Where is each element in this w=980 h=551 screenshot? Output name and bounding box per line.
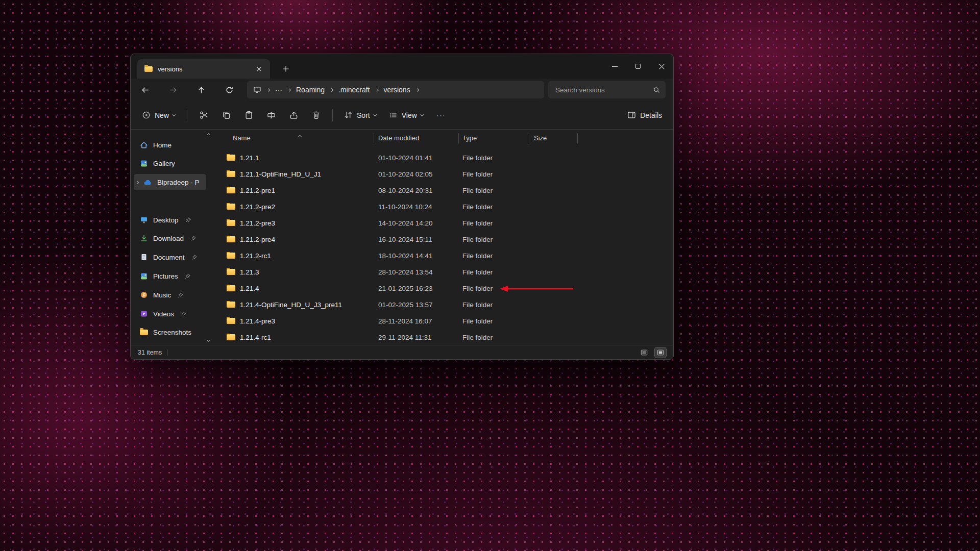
explorer-tab[interactable]: versions	[137, 59, 270, 79]
tab-close-button[interactable]	[253, 63, 265, 75]
gallery-icon	[140, 159, 148, 167]
file-row-1-21-4[interactable]: 1.21.4 21-01-2025 16:23 File folder	[215, 280, 668, 296]
pin-icon	[180, 311, 187, 317]
file-row[interactable]: 1.21.2-pre2 11-10-2024 10:24 File folder	[215, 198, 668, 215]
file-date: 01-10-2024 02:05	[374, 170, 458, 178]
rename-icon	[267, 111, 276, 119]
file-date: 21-01-2025 16:23	[374, 285, 458, 292]
sort-button[interactable]: Sort	[339, 106, 382, 124]
file-row[interactable]: 1.21.1-OptiFine_HD_U_J1 01-10-2024 02:05…	[215, 166, 668, 182]
more-options-button[interactable]: ···	[431, 106, 451, 124]
column-divider[interactable]	[577, 133, 578, 143]
chevron-down-icon	[420, 113, 424, 116]
pictures-icon	[140, 272, 148, 280]
folder-icon	[227, 269, 235, 275]
rename-button[interactable]	[261, 106, 281, 124]
breadcrumb-chevron-icon	[330, 88, 333, 91]
paste-button[interactable]	[238, 106, 259, 124]
breadcrumb-overflow[interactable]: ···	[275, 86, 282, 94]
sidebar-item-screenshots[interactable]: Screenshots	[134, 324, 206, 340]
column-header-type[interactable]: Type	[458, 134, 529, 142]
sidebar-item-home[interactable]: Home	[134, 137, 206, 153]
sidebar-item-gallery[interactable]: Gallery	[134, 155, 206, 171]
column-header-date-modified[interactable]: Date modified	[374, 134, 458, 142]
file-row[interactable]: 1.21.4-rc1 29-11-2024 11:31 File folder	[215, 329, 668, 345]
view-button[interactable]: View	[384, 106, 429, 124]
pin-icon	[185, 217, 191, 223]
close-icon	[256, 66, 262, 72]
sidebar-item-download[interactable]: Download	[134, 230, 206, 246]
new-button[interactable]: New	[137, 106, 181, 124]
close-icon	[658, 63, 665, 70]
back-icon	[141, 86, 150, 94]
file-row[interactable]: 1.21.1 01-10-2024 01:41 File folder	[215, 149, 668, 166]
forward-button[interactable]	[164, 81, 182, 99]
toolbar-separator	[187, 109, 187, 121]
breadcrumb-versions[interactable]: versions	[384, 86, 410, 94]
status-bar: 31 items	[131, 345, 673, 359]
sidebar-item-label: Document	[153, 254, 185, 261]
file-row[interactable]: 1.21.2-pre3 14-10-2024 14:20 File folder	[215, 215, 668, 231]
up-button[interactable]	[192, 81, 210, 99]
sidebar-item-label: Desktop	[153, 216, 179, 224]
details-pane-icon	[627, 111, 636, 119]
column-divider[interactable]	[458, 133, 459, 143]
file-row[interactable]: 1.21.2-pre1 08-10-2024 20:31 File folder	[215, 182, 668, 198]
sidebar-item-videos[interactable]: Videos	[134, 306, 206, 322]
pin-icon	[190, 235, 197, 242]
navigation-bar: ··· Roaming .minecraft versions	[131, 79, 673, 101]
search-box[interactable]	[548, 81, 666, 98]
back-button[interactable]	[136, 81, 154, 99]
close-button[interactable]	[650, 54, 673, 79]
new-tab-button[interactable]	[280, 63, 292, 75]
search-input[interactable]	[555, 86, 653, 94]
sidebar-item-onedrive[interactable]: Bipradeep - P	[134, 174, 206, 190]
breadcrumb-roaming[interactable]: Roaming	[296, 86, 325, 94]
file-row[interactable]: 1.21.2-pre4 16-10-2024 15:11 File folder	[215, 231, 668, 247]
sidebar-scroll-up[interactable]	[207, 134, 211, 138]
copy-button[interactable]	[216, 106, 236, 124]
sidebar-item-label: Videos	[153, 310, 174, 318]
file-date: 16-10-2024 15:11	[374, 236, 458, 243]
file-name: 1.21.1-OptiFine_HD_U_J1	[240, 170, 321, 178]
cut-button[interactable]	[193, 106, 214, 124]
minimize-button[interactable]	[603, 54, 626, 79]
file-row[interactable]: 1.21.3 28-10-2024 13:54 File folder	[215, 264, 668, 280]
file-name: 1.21.4-OptiFine_HD_U_J3_pre11	[240, 301, 342, 309]
file-date: 28-10-2024 13:54	[374, 268, 458, 276]
column-divider[interactable]	[529, 133, 529, 143]
share-button[interactable]	[283, 106, 304, 124]
expand-chevron-icon[interactable]	[135, 180, 139, 184]
this-pc-icon	[253, 86, 261, 94]
sidebar-item-music[interactable]: Music	[134, 287, 206, 303]
folder-icon	[227, 236, 235, 242]
file-type: File folder	[458, 236, 529, 243]
sidebar-item-document[interactable]: Document	[134, 249, 206, 265]
file-name: 1.21.1	[240, 154, 259, 162]
sidebar-item-pictures[interactable]: Pictures	[134, 268, 206, 284]
details-button[interactable]: Details	[622, 106, 667, 124]
sidebar-item-desktop[interactable]: Desktop	[134, 212, 206, 228]
refresh-button[interactable]	[220, 81, 238, 99]
desktop-wallpaper: versions	[0, 0, 980, 551]
column-header-size[interactable]: Size	[529, 134, 668, 142]
details-view-toggle[interactable]	[639, 347, 650, 358]
file-row[interactable]: 1.21.4-OptiFine_HD_U_J3_pre11 01-02-2025…	[215, 296, 668, 313]
column-header-name[interactable]: Name	[215, 134, 374, 142]
thumbnail-view-toggle[interactable]	[655, 347, 666, 358]
sidebar-scroll-down[interactable]	[207, 339, 211, 343]
sidebar-item-label: Bipradeep - P	[157, 179, 200, 186]
file-date: 01-02-2025 13:57	[374, 301, 458, 309]
file-row[interactable]: 1.21.4-pre3 28-11-2024 16:07 File folder	[215, 313, 668, 329]
pin-icon	[191, 254, 198, 261]
sort-button-label: Sort	[357, 111, 370, 119]
file-row[interactable]: 1.21.2-rc1 18-10-2024 14:41 File folder	[215, 247, 668, 264]
maximize-button[interactable]	[626, 54, 650, 79]
breadcrumb-minecraft[interactable]: .minecraft	[338, 86, 370, 94]
column-divider[interactable]	[374, 133, 374, 143]
titlebar: versions	[131, 54, 673, 79]
file-explorer-window: versions	[130, 54, 674, 360]
delete-button[interactable]	[306, 106, 326, 124]
address-bar[interactable]: ··· Roaming .minecraft versions	[247, 81, 544, 98]
sort-ascending-icon	[298, 131, 301, 134]
